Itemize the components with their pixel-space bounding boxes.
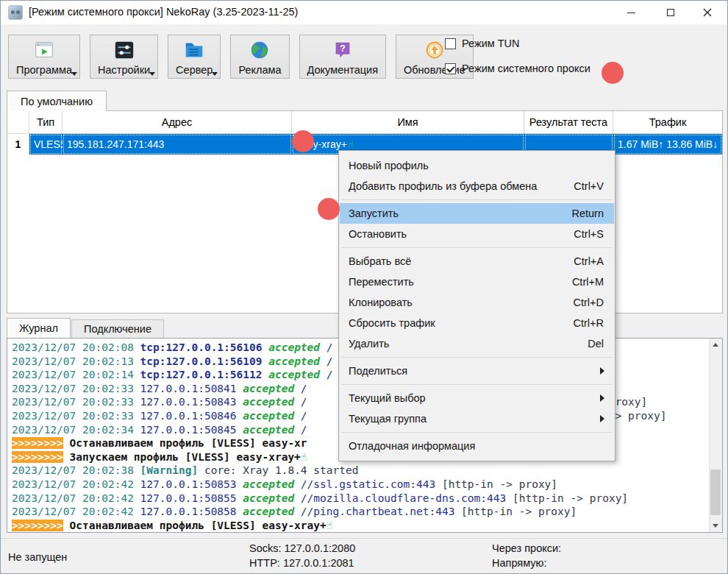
- context-menu: Новый профильДобавить профиль из буфера …: [338, 150, 615, 461]
- status-http: HTTP: 127.0.0.1:2081: [249, 556, 355, 571]
- toolbar-button-label: Реклама: [238, 64, 281, 76]
- menu-item-label: Выбрать всё: [349, 255, 574, 267]
- dropdown-caret-icon: [71, 72, 77, 76]
- checkbox-system-proxy-mode-box[interactable]: [445, 63, 456, 74]
- scrollbar-thumb[interactable]: [710, 470, 721, 515]
- menu-item-shortcut: Ctrl+R: [574, 317, 604, 329]
- submenu-arrow-icon: [600, 415, 604, 422]
- maximize-button[interactable]: [654, 1, 688, 24]
- help-bubble-icon: ?: [331, 38, 354, 62]
- log-scrollbar[interactable]: [709, 339, 722, 532]
- status-direct: Напрямую:: [492, 556, 561, 571]
- menu-item-shortcut: Return: [571, 208, 604, 219]
- menu-separator: [341, 432, 613, 433]
- menu-separator: [341, 247, 613, 248]
- svg-text:?: ?: [340, 43, 345, 54]
- annotation-dot-3: [318, 198, 340, 220]
- status-socks: Socks: 127.0.0.1:2080: [249, 542, 355, 556]
- window-title: [Режим системного прокси] NekoRay (3.25-…: [29, 6, 298, 18]
- toolbar-checkboxes: Режим TUNРежим системного прокси: [445, 36, 590, 86]
- toolbar-button-server[interactable]: Сервер: [168, 35, 221, 79]
- tab-log-label: Журнал: [19, 322, 58, 334]
- toolbar-button-program[interactable]: Программа: [8, 35, 80, 79]
- toolbar-button-documentation[interactable]: ?Документация: [299, 35, 386, 79]
- menu-separator: [341, 357, 613, 358]
- globe-icon: [248, 38, 271, 62]
- menu-item-новый-профиль[interactable]: Новый профиль: [340, 155, 614, 176]
- column-header-address[interactable]: Адрес: [63, 111, 292, 133]
- menu-item-поделиться[interactable]: Поделиться: [340, 361, 614, 381]
- minimize-button[interactable]: [614, 1, 648, 24]
- scroll-up-icon: [713, 343, 718, 347]
- status-bar: Не запущен Socks: 127.0.0.1:2080 HTTP: 1…: [1, 538, 727, 573]
- scroll-down-button[interactable]: [710, 520, 721, 532]
- log-line: 2023/12/07 20:02:42 127.0.0.1:50853 acce…: [12, 478, 710, 492]
- address-cell[interactable]: 195.181.247.171:443: [63, 134, 292, 155]
- toolbar-buttons: ПрограммаНастройкиСерверРеклама?Документ…: [8, 35, 474, 79]
- traffic-cell[interactable]: 1.67 MiB↑ 13.86 MiB↓: [613, 134, 722, 155]
- status-proxy-addresses: Socks: 127.0.0.1:2080 HTTP: 127.0.0.1:20…: [249, 542, 355, 570]
- close-button[interactable]: [690, 1, 724, 24]
- menu-item-label: Сбросить трафик: [349, 317, 574, 329]
- menu-item-shortcut: Ctrl+D: [574, 297, 604, 308]
- menu-item-остановить[interactable]: ОстановитьCtrl+S: [340, 224, 614, 244]
- menu-item-сбросить-трафик[interactable]: Сбросить трафикCtrl+R: [340, 313, 614, 333]
- menu-item-label: Клонировать: [349, 297, 574, 308]
- maximize-icon: [667, 9, 674, 16]
- submenu-arrow-icon: [600, 394, 604, 402]
- menu-item-label: Переместить: [349, 276, 572, 288]
- menu-item-текущая-группа[interactable]: Текущая группа: [340, 408, 614, 429]
- column-header-rownum[interactable]: [7, 111, 29, 133]
- settings-sliders-icon: [113, 38, 136, 62]
- menu-item-текущий-выбор[interactable]: Текущий выбор: [340, 388, 614, 408]
- toolbar-button-ads[interactable]: Реклама: [230, 35, 289, 79]
- annotation-dot-2: [292, 130, 314, 152]
- tab-default-group[interactable]: По умолчанию: [7, 91, 107, 111]
- column-header-test-result[interactable]: Результат теста: [524, 111, 613, 133]
- annotation-dot-1: [602, 62, 624, 84]
- status-traffic-summary: Через прокси: Напрямую:: [492, 542, 561, 570]
- row-number-cell[interactable]: 1: [7, 134, 29, 155]
- log-line: >>>>>>>> Останавливаем профиль [VLESS] e…: [12, 519, 710, 532]
- menu-item-shortcut: Ctrl+M: [572, 276, 604, 288]
- title-bar: [Режим системного прокси] NekoRay (3.25-…: [1, 1, 727, 24]
- menu-item-отладочная-информация[interactable]: Отладочная информация: [340, 436, 614, 456]
- menu-item-shortcut: Ctrl+V: [574, 180, 604, 192]
- menu-item-label: Добавить профиль из буфера обмена: [349, 180, 574, 192]
- menu-item-label: Новый профиль: [349, 160, 604, 171]
- toolbar-button-label: Настройки: [98, 64, 150, 76]
- log-line: 2023/12/07 20:02:38 [Warning] core: Xray…: [12, 464, 710, 478]
- dropdown-caret-icon: [212, 72, 218, 76]
- menu-item-добавить-профиль-из-буфера-обмена[interactable]: Добавить профиль из буфера обменаCtrl+V: [340, 176, 614, 196]
- menu-separator: [341, 199, 613, 200]
- submenu-arrow-icon: [600, 367, 604, 375]
- status-state: Не запущен: [8, 551, 67, 563]
- column-header-type[interactable]: Тип: [29, 111, 63, 133]
- toolbar-button-settings[interactable]: Настройки: [90, 35, 158, 79]
- server-table-header: Тип Адрес Имя Результат теста Трафик: [7, 111, 722, 134]
- menu-item-переместить[interactable]: ПереместитьCtrl+M: [340, 272, 614, 292]
- close-icon: [703, 8, 712, 17]
- type-cell[interactable]: VLESS: [29, 134, 63, 155]
- menu-item-удалить[interactable]: УдалитьDel: [340, 333, 614, 354]
- status-via-proxy: Через прокси:: [492, 542, 561, 556]
- menu-item-клонировать[interactable]: КлонироватьCtrl+D: [340, 292, 614, 313]
- update-arrow-icon: [423, 38, 446, 62]
- menu-item-label: Текущая группа: [349, 413, 604, 425]
- folder-icon: [182, 38, 206, 62]
- checkbox-tun-mode-box[interactable]: [445, 38, 456, 49]
- menu-item-label: Текущий выбор: [349, 392, 604, 404]
- column-header-traffic[interactable]: Трафик: [613, 111, 722, 133]
- tab-log[interactable]: Журнал: [7, 318, 71, 338]
- scroll-up-button[interactable]: [710, 339, 721, 351]
- menu-item-выбрать-всё[interactable]: Выбрать всёCtrl+A: [340, 251, 614, 272]
- menu-item-shortcut: Ctrl+S: [574, 228, 604, 240]
- tab-connections-label: Подключение: [84, 323, 151, 335]
- column-header-name[interactable]: Имя: [292, 111, 524, 133]
- tab-connections[interactable]: Подключение: [71, 319, 164, 338]
- checkbox-system-proxy-mode[interactable]: Режим системного прокси: [445, 61, 590, 76]
- menu-item-label: Запустить: [349, 208, 571, 219]
- menu-item-запустить[interactable]: ЗапуститьReturn: [340, 203, 614, 224]
- checkbox-tun-mode[interactable]: Режим TUN: [445, 36, 590, 51]
- menu-item-shortcut: Ctrl+A: [574, 255, 604, 267]
